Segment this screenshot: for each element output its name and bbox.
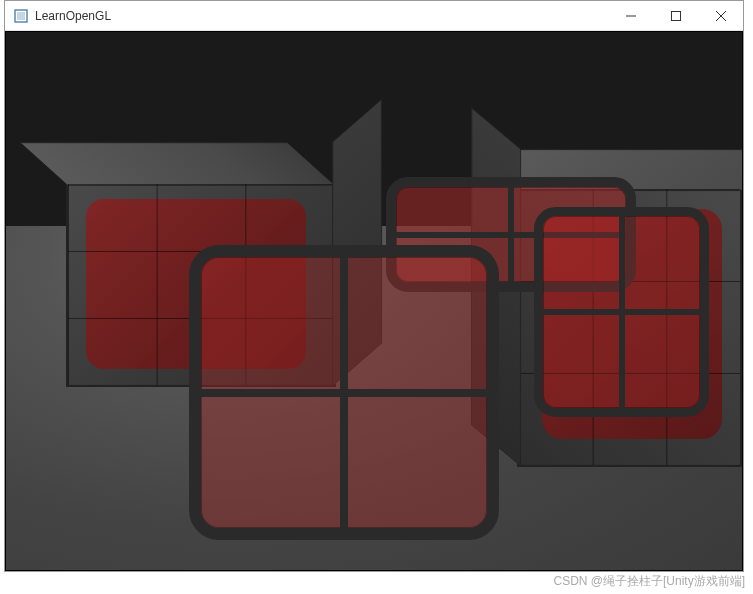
transparent-window-front <box>189 245 499 540</box>
app-icon <box>13 8 29 24</box>
window-title: LearnOpenGL <box>35 9 608 23</box>
scene <box>6 32 742 570</box>
transparent-window-back-right <box>534 207 709 417</box>
svg-rect-3 <box>671 11 680 20</box>
close-button[interactable] <box>698 1 743 30</box>
titlebar[interactable]: LearnOpenGL <box>5 1 743 31</box>
minimize-button[interactable] <box>608 1 653 30</box>
app-window: LearnOpenGL <box>4 0 744 572</box>
watermark: CSDN @绳子拴柱子[Unity游戏前端] <box>553 573 745 590</box>
svg-rect-1 <box>17 12 25 20</box>
maximize-button[interactable] <box>653 1 698 30</box>
opengl-viewport[interactable] <box>5 31 743 571</box>
window-controls <box>608 1 743 30</box>
